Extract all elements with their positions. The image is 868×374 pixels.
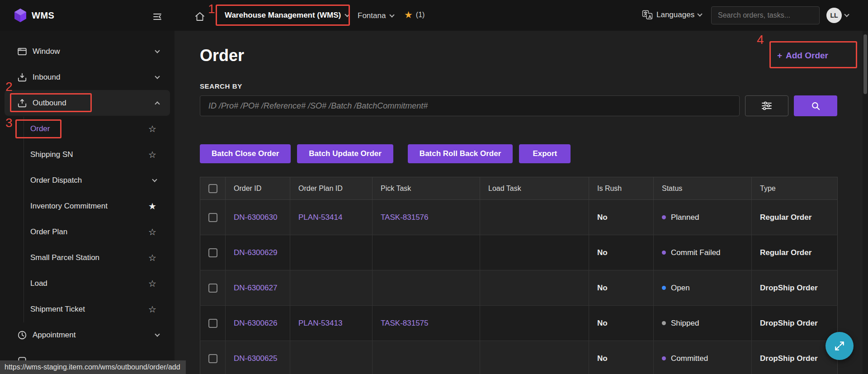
column-header-is-rush: Is Rush (589, 177, 654, 200)
appointment-clock-icon (17, 330, 27, 340)
row-checkbox[interactable] (208, 213, 217, 222)
is-rush-value: No (597, 319, 608, 327)
language-selector[interactable]: Languages (642, 10, 702, 20)
table-row: DN-6300626 PLAN-53413 TASK-831575 No Shi… (200, 306, 838, 341)
order-id-link[interactable]: DN-6300626 (234, 319, 277, 327)
status-dot (662, 251, 666, 255)
select-all-checkbox[interactable] (208, 184, 217, 193)
link-preview-url: https://wms-staging.item.com/wms/outboun… (5, 363, 180, 371)
favorite-star-icon[interactable]: ☆ (148, 124, 156, 133)
column-header-order-plan-id: Order Plan ID (290, 177, 373, 200)
sidebar: Window Inbound Outbound Order ☆ Shipping… (0, 31, 175, 374)
table-header-row: Order ID Order Plan ID Pick Task Load Ta… (200, 177, 838, 200)
order-id-link[interactable]: DN-6300630 (234, 213, 277, 222)
sidebar-item-window[interactable]: Window (0, 38, 175, 64)
sidebar-item-order-plan[interactable]: Order Plan ☆ (0, 219, 175, 245)
sidebar-item-shipment-ticket[interactable]: Shipment Ticket ☆ (0, 296, 175, 322)
sidebar-item-inbound[interactable]: Inbound (0, 64, 175, 90)
expand-arrows-icon (834, 340, 845, 352)
app-selector-dropdown[interactable]: Warehouse Management (WMS) (225, 11, 349, 20)
favorites-indicator: ★ (1) (404, 10, 425, 19)
order-id-link[interactable]: DN-6300627 (234, 284, 277, 292)
order-id-link[interactable]: DN-6300625 (234, 354, 277, 363)
favorite-star-icon[interactable]: ☆ (148, 305, 156, 314)
sidebar-item-appointment[interactable]: Appointment (0, 322, 175, 348)
column-header-load-task: Load Task (480, 177, 589, 200)
favorite-star-icon[interactable]: ☆ (148, 227, 156, 237)
chevron-down-icon (155, 331, 160, 336)
favorite-star-icon[interactable]: ☆ (148, 253, 156, 262)
logo-text: WMS (32, 10, 54, 21)
favorite-star-filled-icon[interactable]: ★ (148, 202, 156, 211)
pick-task-link[interactable]: TASK-831576 (381, 213, 429, 222)
sidebar-item-small-parcel-station[interactable]: Small Parcel Station ☆ (0, 245, 175, 270)
column-header-status: Status (654, 177, 752, 200)
is-rush-value: No (597, 354, 608, 363)
sidebar-item-load[interactable]: Load ☆ (0, 270, 175, 296)
search-button[interactable] (794, 95, 837, 116)
scrollbar (863, 31, 868, 374)
status-dot (662, 321, 666, 325)
scrollbar-thumb[interactable] (863, 34, 867, 94)
row-checkbox[interactable] (208, 354, 217, 363)
chevron-down-icon (345, 12, 350, 17)
fullscreen-expand-button[interactable] (826, 332, 854, 360)
main-content: Order + Add Order SEARCH BY Batch Close … (175, 31, 863, 374)
chevron-down-icon (390, 12, 395, 17)
site-selector-dropdown[interactable]: Fontana (358, 11, 394, 20)
global-search-input[interactable] (711, 6, 820, 24)
row-checkbox[interactable] (208, 248, 217, 257)
add-order-button[interactable]: + Add Order (768, 44, 837, 67)
app-logo: WMS (14, 8, 54, 23)
row-checkbox[interactable] (208, 319, 217, 328)
status-dot (662, 356, 666, 360)
table-row: DN-6300629 No Commit Failed Regular Orde… (200, 235, 838, 270)
order-plan-link[interactable]: PLAN-53414 (298, 213, 342, 222)
column-header-order-id: Order ID (226, 177, 290, 200)
app-selector-label: Warehouse Management (WMS) (225, 11, 341, 20)
plus-icon: + (777, 51, 782, 61)
export-button[interactable]: Export (519, 144, 571, 163)
is-rush-value: No (597, 284, 608, 292)
sidebar-item-inventory-commitment[interactable]: Inventory Commitment ★ (0, 193, 175, 219)
sidebar-collapse-icon[interactable] (150, 9, 165, 25)
avatar[interactable]: LL (826, 8, 842, 23)
order-id-link[interactable]: DN-6300629 (234, 248, 277, 257)
table-row: DN-6300627 No Open DropShip Order (200, 270, 838, 306)
favorite-star-icon[interactable]: ☆ (148, 150, 156, 159)
page-title: Order (200, 46, 244, 65)
order-plan-link[interactable]: PLAN-53413 (298, 319, 342, 327)
batch-close-order-button[interactable]: Batch Close Order (200, 144, 291, 163)
orders-table: Order ID Order Plan ID Pick Task Load Ta… (200, 177, 838, 374)
table-row: DN-6300630 PLAN-53414 TASK-831576 No Pla… (200, 200, 838, 235)
status-value: Committed (671, 354, 708, 363)
link-preview-statusbar: https://wms-staging.item.com/wms/outboun… (0, 360, 186, 374)
home-icon[interactable] (193, 9, 207, 25)
advanced-filter-button[interactable] (745, 95, 788, 116)
type-value: DropShip Order (760, 284, 818, 292)
sidebar-item-shipping-sn[interactable]: Shipping SN ☆ (0, 142, 175, 167)
sidebar-item-order-dispatch[interactable]: Order Dispatch (0, 167, 175, 193)
favorite-star-icon[interactable]: ☆ (148, 279, 156, 288)
sidebar-item-order[interactable]: Order ☆ (0, 116, 175, 142)
search-by-label: SEARCH BY (200, 82, 837, 90)
status-dot (662, 215, 666, 219)
pick-task-link[interactable]: TASK-831575 (381, 319, 429, 327)
batch-update-order-button[interactable]: Batch Update Order (297, 144, 393, 163)
sidebar-item-outbound[interactable]: Outbound (5, 90, 170, 116)
site-selector-label: Fontana (358, 11, 386, 20)
row-checkbox[interactable] (208, 284, 217, 293)
sliders-icon (761, 101, 772, 111)
wms-logo-icon (14, 8, 27, 23)
chevron-down-icon (155, 48, 160, 53)
translate-icon (642, 10, 653, 20)
user-menu[interactable]: LL (826, 8, 849, 23)
is-rush-value: No (597, 213, 608, 222)
batch-roll-back-order-button[interactable]: Batch Roll Back Order (408, 144, 513, 163)
order-filter-input[interactable] (200, 95, 740, 116)
top-header: WMS Warehouse Management (WMS) Fontana ★… (0, 0, 868, 31)
type-value: Regular Order (760, 213, 811, 222)
status-value: Commit Failed (671, 248, 721, 257)
column-header-pick-task: Pick Task (373, 177, 480, 200)
favorites-star-icon[interactable]: ★ (404, 10, 413, 19)
